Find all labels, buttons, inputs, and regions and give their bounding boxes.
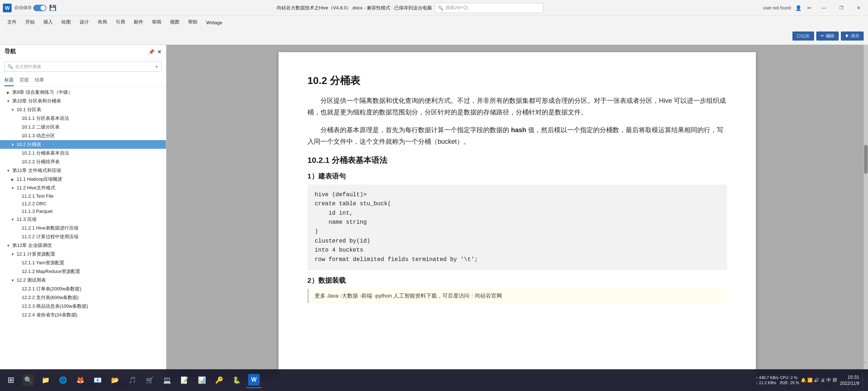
tree-item-21[interactable]: 12.1.1 Yarn资源配置	[0, 258, 166, 267]
code-block: hive (default)> create table stu_buck( i…	[307, 185, 727, 270]
tree-item-9[interactable]: 10.2.2 分桶排序表	[0, 157, 166, 166]
taskbar-firefox[interactable]: 🦊	[72, 372, 88, 388]
nav-controls: 📌 ✕	[148, 49, 162, 55]
ribbon-tab-7[interactable]: 邮件	[129, 17, 148, 28]
ribbon-tab-11[interactable]: Writage	[202, 18, 227, 28]
search-bar[interactable]: 🔍 搜索(Alt+Q)	[435, 3, 543, 13]
expand-icon-23[interactable]: ▼	[10, 278, 15, 283]
ribbon-tab-3[interactable]: 绘图	[57, 17, 75, 28]
nav-tree: ▶第9章 综合案例练习（中级）▼第10章 分区表和分桶表▼10.1 分区表10.…	[0, 87, 166, 378]
taskbar-explorer[interactable]: 📂	[107, 372, 123, 388]
ribbon-tab-4[interactable]: 设计	[75, 17, 93, 28]
tree-item-27[interactable]: 12.2.4 省份省市(24条数据)	[0, 311, 166, 319]
nav-tab-headings[interactable]: 标题	[4, 75, 14, 86]
tree-item-24[interactable]: 12.2.1 订单表(2000w条数据)	[0, 285, 166, 293]
excel-icon: 📊	[196, 374, 208, 386]
edit-icon[interactable]: ✏	[806, 4, 813, 12]
editor-mode-button[interactable]: 口让比	[792, 31, 814, 41]
tree-item-4[interactable]: 10.1.1 分区表基本语法	[0, 114, 166, 123]
tree-item-20[interactable]: ▼12.1 计算资源配置	[0, 250, 166, 258]
nav-pin-icon[interactable]: 📌	[148, 49, 154, 55]
taskbar-edge[interactable]: 🌐	[55, 372, 71, 388]
close-button[interactable]: ✕	[852, 3, 865, 13]
expand-icon-3[interactable]: ▼	[10, 107, 15, 112]
tree-item-22[interactable]: 12.1.2 MapReduce资源配置	[0, 267, 166, 276]
tree-item-6[interactable]: 10.1.3 动态分区	[0, 131, 166, 140]
autosave-toggle[interactable]: 自动保存	[14, 5, 46, 11]
nav-close-icon[interactable]: ✕	[157, 49, 162, 55]
ribbon-tab-6[interactable]: 引用	[111, 17, 129, 28]
expand-icon-11[interactable]: ▶	[10, 177, 15, 182]
taskbar-search[interactable]: 🔍	[20, 372, 36, 388]
autosave-switch[interactable]	[33, 5, 46, 11]
expand-icon-12[interactable]: ▼	[10, 185, 15, 190]
expand-icon-10[interactable]: ▼	[6, 168, 11, 173]
ribbon-tab-10[interactable]: 帮助	[184, 17, 202, 28]
tree-item-11[interactable]: ▶11.1 Hadoop压缩概述	[0, 175, 166, 184]
tree-item-15[interactable]: 11.1.3 Parquet	[0, 207, 166, 215]
date-display: 2022/11/9	[840, 381, 859, 387]
taskbar-store[interactable]: 🛒	[142, 372, 158, 388]
expand-icon-19[interactable]: ▼	[6, 243, 11, 248]
ribbon-tab-1[interactable]: 开始	[21, 17, 39, 28]
restore-button[interactable]: ❐	[835, 3, 848, 13]
taskbar-word[interactable]: W	[246, 372, 262, 388]
start-button[interactable]: ⊞	[3, 372, 19, 388]
tree-item-23[interactable]: ▼12.2 测试用表	[0, 276, 166, 285]
ime-mode[interactable]: 拼	[833, 377, 837, 383]
tree-item-26[interactable]: 12.2.3 商品信息表(100w条数据)	[0, 302, 166, 311]
doc-scrollbar[interactable]	[864, 45, 868, 378]
edit-button[interactable]: ✏ 编辑	[816, 31, 838, 41]
expand-icon-16[interactable]: ▼	[10, 217, 15, 222]
tree-item-7[interactable]: ▼10.2 分桶表	[0, 140, 166, 149]
edge-icon: 🌐	[57, 374, 69, 386]
tree-item-18[interactable]: 11.2.2 计算过程中使用压缩	[0, 232, 166, 241]
ime-cn[interactable]: 中	[826, 377, 831, 383]
tree-item-5[interactable]: 10.1.2 二级分区表	[0, 123, 166, 131]
taskbar-files[interactable]: 📁	[38, 372, 54, 388]
taskbar-excel[interactable]: 📊	[194, 372, 210, 388]
tree-item-16[interactable]: ▼11.3 压缩	[0, 215, 166, 224]
nav-tab-pages[interactable]: 页面	[20, 75, 29, 86]
tree-item-8[interactable]: 10.2.1 分桶表基本语法	[0, 149, 166, 157]
keepass-icon: 🔑	[213, 374, 225, 386]
ribbon-tab-0[interactable]: 文件	[3, 17, 21, 28]
taskbar-keepass[interactable]: 🔑	[211, 372, 227, 388]
tree-label-5: 10.1.2 二级分区表	[22, 124, 60, 130]
show-desktop-button[interactable]	[862, 373, 865, 387]
footnote: 更多 Java -大数据 -前端 -python 人工智能资料下载，可百度访问：…	[307, 289, 727, 303]
tree-item-10[interactable]: ▼第11章 文件格式和压缩	[0, 166, 166, 175]
nav-search[interactable]: 🔍 在文档中搜索 ▼	[4, 62, 162, 72]
ribbon-tab-9[interactable]: 视图	[166, 17, 184, 28]
tree-item-13[interactable]: 11.2.1 Text File	[0, 192, 166, 200]
doc-scrollbar-thumb[interactable]	[864, 145, 868, 174]
expand-icon-20[interactable]: ▼	[10, 252, 15, 257]
document-area[interactable]: 10.2 分桶表 分区提供一个隔离数据和优化查询的便利方式。不过，并非所有的数据…	[166, 45, 868, 378]
nav-title: 导航	[4, 48, 16, 55]
present-button[interactable]: ▶ 演示	[841, 31, 864, 41]
tree-item-17[interactable]: 11.2.1 Hive表数据进行压缩	[0, 224, 166, 232]
taskbar-notepad[interactable]: 📝	[176, 372, 192, 388]
tree-item-14[interactable]: 11.2.2 ORC	[0, 200, 166, 207]
tree-item-25[interactable]: 12.2.2 支付表(600w条数据)	[0, 293, 166, 302]
expand-icon-7[interactable]: ▼	[10, 142, 15, 147]
minimize-button[interactable]: —	[817, 3, 830, 13]
ribbon-tab-5[interactable]: 布局	[93, 17, 111, 28]
tree-item-12[interactable]: ▼11.2 Hive文件格式	[0, 184, 166, 192]
expand-icon-2[interactable]: ▼	[6, 98, 11, 104]
save-icon[interactable]: 💾	[49, 4, 56, 11]
tree-item-2[interactable]: ▼第10章 分区表和分桶表	[0, 97, 166, 105]
ribbon-tab-2[interactable]: 插入	[39, 17, 57, 28]
taskbar-python[interactable]: 🐍	[229, 372, 244, 388]
taskbar-terminal[interactable]: 💻	[159, 372, 175, 388]
right-actions: 口让比 ✏ 编辑 ▶ 演示	[792, 31, 864, 41]
nav-search-dropdown-icon[interactable]: ▼	[155, 65, 158, 69]
tree-item-1[interactable]: ▶第9章 综合案例练习（中级）	[0, 88, 166, 97]
expand-icon-1[interactable]: ▶	[6, 90, 11, 95]
tree-item-3[interactable]: ▼10.1 分区表	[0, 105, 166, 114]
taskbar-music[interactable]: 🎵	[124, 372, 140, 388]
tree-item-19[interactable]: ▼第12章 企业级调优	[0, 241, 166, 250]
taskbar-mail[interactable]: 📧	[90, 372, 106, 388]
nav-tab-results[interactable]: 结果	[35, 75, 44, 86]
ribbon-tab-8[interactable]: 审阅	[148, 17, 166, 28]
